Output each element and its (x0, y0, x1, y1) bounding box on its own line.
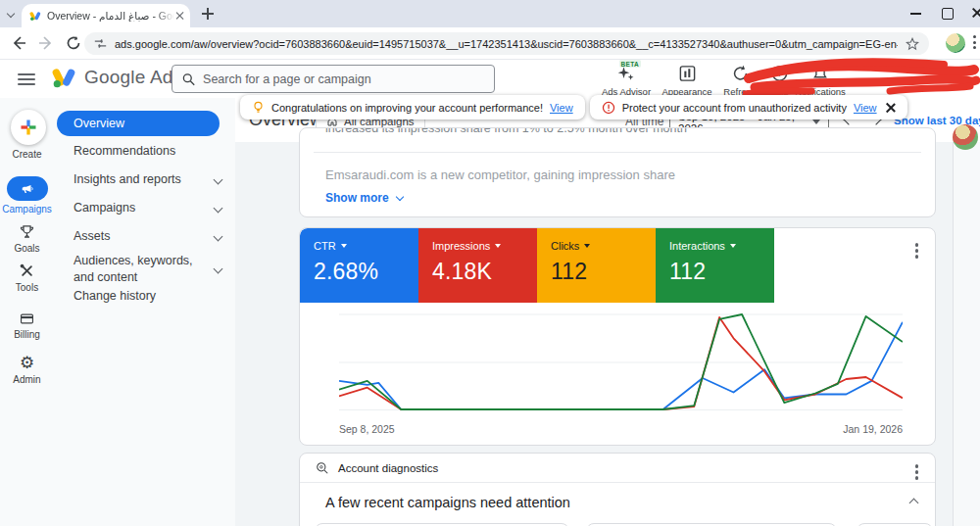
rail-item-goals[interactable]: Goals (0, 223, 54, 254)
secondary-nav: Overview Recommendations Insights and re… (54, 98, 235, 526)
nav-insights-label: Insights and reports (74, 172, 181, 186)
metric-interactions-label: Interactions (669, 240, 725, 252)
diagnostics-card: Account diagnostics A few recent campaig… (299, 453, 936, 526)
browser-toolbar: ads.google.com/aw/overview?ocid=76038836… (0, 27, 980, 60)
chart-x-axis: Sep 8, 2025 Jan 19, 2026 (339, 423, 903, 435)
nav-assets-label: Assets (74, 229, 111, 243)
product-name: Google Ads (84, 67, 182, 88)
security-banner-text: Protect your account from unauthorized a… (622, 102, 847, 114)
search-icon (182, 72, 195, 86)
url-bar[interactable]: ads.google.com/aw/overview?ocid=76038836… (84, 32, 929, 55)
create-button[interactable] (11, 110, 46, 145)
global-search[interactable] (172, 65, 495, 93)
metric-clicks[interactable]: Clicks 112 (537, 228, 656, 303)
app-header: Google Ads BETA Ads Advisor Appearance R… (0, 60, 980, 98)
diagnostics-search-icon (316, 461, 329, 475)
ads-advisor-button[interactable]: BETA Ads Advisor (598, 64, 655, 97)
nav-item-insights-reports[interactable]: Insights and reports (74, 172, 221, 186)
metric-clicks-value: 112 (551, 259, 656, 285)
x-axis-start-label: Sep 8, 2025 (339, 423, 395, 435)
rail-goals-label: Goals (14, 243, 39, 254)
tab-close-icon[interactable] (174, 11, 184, 21)
rail-item-tools[interactable]: Tools (0, 263, 54, 293)
banner-close-icon[interactable] (886, 103, 896, 113)
window-minimize-button[interactable] (909, 6, 923, 20)
gear-icon: ⚙ (20, 355, 34, 371)
caret-down-icon (495, 244, 501, 248)
back-icon[interactable] (11, 35, 26, 51)
rail-item-admin[interactable]: ⚙ Admin (0, 355, 54, 385)
metric-interactions[interactable]: Interactions 112 (656, 228, 774, 303)
chevron-up-icon[interactable] (909, 498, 919, 507)
metric-clicks-label: Clicks (551, 240, 579, 252)
security-banner: Protect your account from unauthorized a… (590, 95, 907, 120)
site-settings-icon[interactable] (94, 37, 107, 50)
show-more-label: Show more (325, 191, 389, 205)
line-chart[interactable] (339, 312, 903, 414)
nav-item-audiences[interactable]: Audiences, keywords, and content (74, 253, 221, 286)
browser-tab[interactable]: Overview - صباغ الدمام - Googl (22, 4, 190, 27)
nav-change-history-label: Change history (74, 289, 156, 303)
metric-impressions-label: Impressions (432, 240, 490, 252)
alert-icon (602, 101, 615, 115)
tab-list-chevron-icon[interactable] (8, 11, 14, 17)
attention-title: A few recent campaigns need attention (325, 495, 570, 510)
nav-item-overview[interactable]: Overview (57, 111, 220, 136)
screen: Overview - صباغ الدمام - Googl ads.googl… (0, 0, 980, 526)
browser-tab-strip: Overview - صباغ الدمام - Googl (0, 0, 980, 27)
notifications-button[interactable]: ! Notifications (792, 64, 849, 97)
performance-banner: Congratulations on improving your accoun… (240, 95, 585, 120)
performance-card: CTR 2.68% Impressions 4.18K Clicks 112 I… (299, 227, 936, 446)
left-rail: Create Campaigns Goals Tools Billing ⚙ A… (0, 98, 54, 526)
nav-item-assets[interactable]: Assets (74, 229, 221, 243)
divider (314, 152, 921, 153)
rail-item-campaigns[interactable]: Campaigns (0, 176, 54, 215)
performance-banner-view-link[interactable]: View (550, 102, 573, 114)
new-tab-button[interactable] (202, 8, 214, 20)
caret-down-icon (341, 244, 347, 248)
notification-banners: Congratulations on improving your accoun… (240, 95, 907, 120)
search-input[interactable] (203, 72, 484, 86)
insights-card: increased its impression share from 1% t… (299, 127, 936, 217)
brand: Google Ads (51, 66, 182, 89)
nav-item-campaigns[interactable]: Campaigns (74, 201, 221, 215)
account-avatar[interactable] (953, 124, 978, 150)
security-banner-view-link[interactable]: View (854, 102, 877, 114)
main-menu-icon[interactable] (18, 73, 35, 85)
nav-item-recommendations[interactable]: Recommendations (74, 144, 221, 158)
browser-profile-avatar[interactable] (946, 33, 965, 53)
show-more-link[interactable]: Show more (325, 191, 403, 205)
lightbulb-icon (252, 100, 265, 115)
url-text: ads.google.com/aw/overview?ocid=76038836… (115, 38, 898, 50)
window-close-button[interactable] (970, 6, 980, 20)
browser-menu-icon[interactable] (973, 35, 976, 49)
metric-ctr[interactable]: CTR 2.68% (300, 228, 418, 303)
nav-audiences-label: Audiences, keywords, and content (74, 253, 206, 286)
appearance-button[interactable]: Appearance (659, 64, 715, 97)
chevron-down-icon (214, 203, 223, 213)
rail-admin-label: Admin (13, 374, 40, 385)
beta-badge: BETA (619, 60, 641, 68)
rail-billing-label: Billing (14, 329, 40, 340)
reload-icon[interactable] (66, 35, 81, 51)
metric-ctr-value: 2.68% (314, 259, 418, 285)
clipped-insight-text: increased its impression share from 1% t… (325, 127, 687, 135)
bookmark-star-icon[interactable] (906, 37, 919, 51)
performance-banner-text: Congratulations on improving your accoun… (271, 102, 543, 114)
megaphone-icon (20, 182, 35, 196)
diagnostics-menu-icon[interactable] (912, 461, 922, 483)
metric-impressions-value: 4.18K (432, 259, 537, 285)
scrollbar-track[interactable] (953, 125, 980, 526)
rail-item-billing[interactable]: Billing (0, 311, 54, 340)
nav-item-change-history[interactable]: Change history (74, 289, 221, 303)
forward-icon[interactable] (38, 35, 54, 51)
window-maximize-button[interactable] (941, 6, 955, 20)
caret-down-icon (730, 244, 736, 248)
nav-campaigns-label: Campaigns (74, 201, 135, 215)
attention-row: A few recent campaigns need attention (325, 495, 917, 510)
diagnostics-header: Account diagnostics (300, 454, 935, 482)
card-menu-icon[interactable] (912, 240, 922, 262)
metric-impressions[interactable]: Impressions 4.18K (418, 228, 537, 303)
metric-interactions-value: 112 (669, 259, 774, 285)
chevron-down-icon (214, 231, 223, 241)
